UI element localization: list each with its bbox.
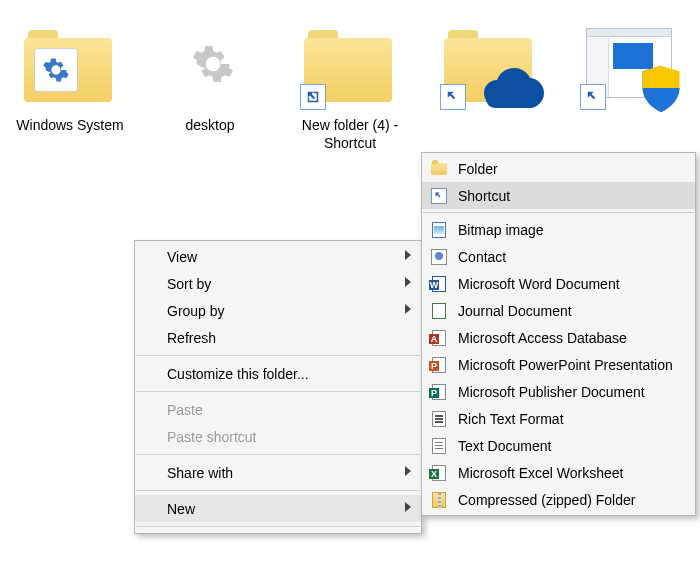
context-menu-customize-folder[interactable]: Customize this folder... xyxy=(135,360,421,387)
menu-label: Share with xyxy=(167,465,233,481)
gear-icon xyxy=(182,28,238,98)
new-contact[interactable]: Contact xyxy=(422,243,695,270)
shield-icon xyxy=(638,62,684,114)
word-icon xyxy=(430,275,448,293)
menu-label: Group by xyxy=(167,303,225,319)
shortcut-overlay-icon xyxy=(580,84,606,110)
menu-label: Microsoft PowerPoint Presentation xyxy=(458,357,673,373)
menu-label: Microsoft Word Document xyxy=(458,276,620,292)
menu-label: Contact xyxy=(458,249,506,265)
new-excel-worksheet[interactable]: Microsoft Excel Worksheet xyxy=(422,459,695,486)
chevron-right-icon xyxy=(405,250,411,260)
context-menu-view[interactable]: View xyxy=(135,243,421,270)
chevron-right-icon xyxy=(405,277,411,287)
journal-icon xyxy=(430,302,448,320)
context-menu-new[interactable]: New xyxy=(135,495,421,522)
new-bitmap-image[interactable]: Bitmap image xyxy=(422,216,695,243)
menu-label: Shortcut xyxy=(458,188,510,204)
new-access-database[interactable]: Microsoft Access Database xyxy=(422,324,695,351)
shortcut-overlay-icon xyxy=(440,84,466,110)
publisher-icon xyxy=(430,383,448,401)
menu-label: Text Document xyxy=(458,438,551,454)
shortcut-icon xyxy=(430,187,448,205)
menu-separator xyxy=(136,490,420,491)
new-word-document[interactable]: Microsoft Word Document xyxy=(422,270,695,297)
menu-label: Refresh xyxy=(167,330,216,346)
desktop-item-new-folder-shortcut[interactable]: New folder (4) - Shortcut xyxy=(285,10,415,152)
menu-label: Sort by xyxy=(167,276,211,292)
contact-icon xyxy=(430,248,448,266)
folder-icon xyxy=(430,160,448,178)
shortcut-overlay-icon xyxy=(300,84,326,110)
access-icon xyxy=(430,329,448,347)
desktop-item-label: Windows System xyxy=(5,116,135,134)
chevron-right-icon xyxy=(405,502,411,512)
settings-shortcut-icon xyxy=(580,10,680,110)
menu-separator xyxy=(136,526,420,527)
context-menu-sort-by[interactable]: Sort by xyxy=(135,270,421,297)
menu-label: Compressed (zipped) Folder xyxy=(458,492,635,508)
new-rich-text-format[interactable]: Rich Text Format xyxy=(422,405,695,432)
context-menu-group-by[interactable]: Group by xyxy=(135,297,421,324)
menu-separator xyxy=(136,454,420,455)
menu-label: Rich Text Format xyxy=(458,411,564,427)
chevron-right-icon xyxy=(405,466,411,476)
desktop-item-label: desktop xyxy=(145,116,275,134)
new-folder[interactable]: Folder xyxy=(422,155,695,182)
cloud-icon xyxy=(482,66,546,112)
new-shortcut[interactable]: Shortcut xyxy=(422,182,695,209)
excel-icon xyxy=(430,464,448,482)
powerpoint-icon xyxy=(430,356,448,374)
menu-label: Microsoft Access Database xyxy=(458,330,627,346)
desktop-item-windows-system[interactable]: Windows System xyxy=(5,10,135,152)
new-publisher-document[interactable]: Microsoft Publisher Document xyxy=(422,378,695,405)
menu-label: Folder xyxy=(458,161,498,177)
text-icon xyxy=(430,437,448,455)
menu-label: Journal Document xyxy=(458,303,572,319)
menu-separator xyxy=(136,355,420,356)
zip-icon xyxy=(430,491,448,509)
menu-label: Customize this folder... xyxy=(167,366,309,382)
rtf-icon xyxy=(430,410,448,428)
menu-label: Bitmap image xyxy=(458,222,544,238)
menu-separator xyxy=(136,391,420,392)
desktop-item-desktop-ini[interactable]: desktop xyxy=(145,10,275,152)
new-compressed-folder[interactable]: Compressed (zipped) Folder xyxy=(422,486,695,513)
bitmap-icon xyxy=(430,221,448,239)
context-menu-refresh[interactable]: Refresh xyxy=(135,324,421,351)
chevron-right-icon xyxy=(405,304,411,314)
context-menu-paste-shortcut: Paste shortcut xyxy=(135,423,421,450)
desktop-item-optional-features[interactable] xyxy=(565,10,695,152)
folder-cloud-icon xyxy=(440,10,540,110)
new-submenu: Folder Shortcut Bitmap image Contact Mic… xyxy=(421,152,696,516)
menu-label: Paste shortcut xyxy=(167,429,257,445)
menu-label: Paste xyxy=(167,402,203,418)
menu-label: Microsoft Publisher Document xyxy=(458,384,645,400)
file-icon xyxy=(160,10,260,110)
context-menu-paste: Paste xyxy=(135,396,421,423)
gear-icon xyxy=(34,48,78,92)
new-journal-document[interactable]: Journal Document xyxy=(422,297,695,324)
desktop-item-onedrive[interactable] xyxy=(425,10,555,152)
new-text-document[interactable]: Text Document xyxy=(422,432,695,459)
folder-shortcut-icon xyxy=(300,10,400,110)
folder-icon xyxy=(20,10,120,110)
new-powerpoint-presentation[interactable]: Microsoft PowerPoint Presentation xyxy=(422,351,695,378)
menu-label: Microsoft Excel Worksheet xyxy=(458,465,623,481)
context-menu: View Sort by Group by Refresh Customize … xyxy=(134,240,422,534)
menu-label: View xyxy=(167,249,197,265)
menu-separator xyxy=(423,212,694,213)
context-menu-share-with[interactable]: Share with xyxy=(135,459,421,486)
menu-label: New xyxy=(167,501,195,517)
desktop-area: Windows System desktop New folder (4) - … xyxy=(0,10,695,152)
desktop-item-label: New folder (4) - Shortcut xyxy=(285,116,415,152)
